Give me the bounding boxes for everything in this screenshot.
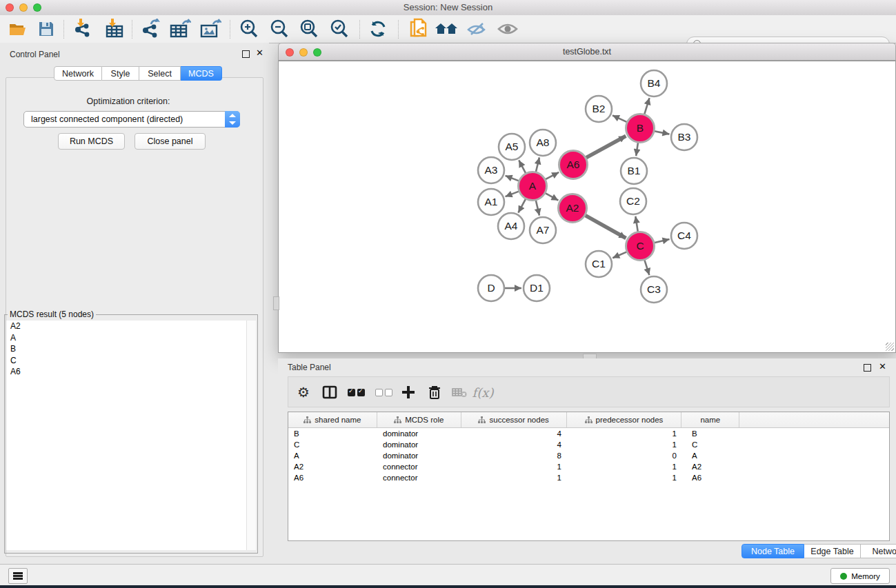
edge-C-C4[interactable] <box>653 239 670 243</box>
node-B3[interactable]: B3 <box>671 124 697 150</box>
save-session-icon[interactable] <box>34 18 58 40</box>
tab-network[interactable]: Network <box>54 66 102 81</box>
edge-A-A2[interactable] <box>544 192 558 201</box>
close-panel-button[interactable]: Close panel <box>135 133 206 150</box>
tab-style[interactable]: Style <box>102 66 139 81</box>
result-list-item[interactable]: A <box>6 332 246 344</box>
home-views-icon[interactable] <box>435 18 458 40</box>
float-panel-icon[interactable] <box>242 50 250 58</box>
zoom-out-icon[interactable] <box>268 18 291 40</box>
table-cell[interactable]: dominator <box>377 450 461 461</box>
edge-B-B4[interactable] <box>644 98 649 116</box>
node-A7[interactable]: A7 <box>530 217 556 243</box>
export-table-icon[interactable] <box>168 18 192 40</box>
export-network-icon[interactable] <box>139 18 162 40</box>
node-B4[interactable]: B4 <box>641 70 667 97</box>
node-A6[interactable]: A6 <box>559 151 588 179</box>
column-header-predecessor-nodes[interactable]: predecessor nodes <box>567 412 682 427</box>
window-resize-grip[interactable] <box>886 343 894 351</box>
table-cell[interactable]: A6 <box>288 472 377 483</box>
node-B1[interactable]: B1 <box>621 158 647 184</box>
network-graph[interactable]: B4B2BB3A8A5A6A3B1AC2A1A2A4A7C4CC1DD1C3 <box>279 61 895 352</box>
column-header-MCDS-role[interactable]: MCDS role <box>377 412 461 427</box>
node-A4[interactable]: A4 <box>498 213 524 239</box>
table-cell[interactable]: 0 <box>567 450 682 461</box>
table-cell[interactable]: A2 <box>682 461 740 472</box>
node-B2[interactable]: B2 <box>586 96 612 122</box>
criterion-select[interactable]: largest connected component (directed) <box>23 111 240 128</box>
add-column-icon[interactable] <box>397 382 419 403</box>
result-list-scrollbar[interactable] <box>246 321 256 550</box>
task-history-button[interactable] <box>8 568 28 584</box>
node-A5[interactable]: A5 <box>499 134 525 160</box>
column-header-name[interactable]: name <box>681 412 739 427</box>
unselect-all-columns-icon[interactable] <box>372 382 395 403</box>
table-cell[interactable]: connector <box>377 461 461 472</box>
table-cell[interactable]: A <box>682 450 740 461</box>
network-canvas[interactable]: B4B2BB3A8A5A6A3B1AC2A1A2A4A7C4CC1DD1C3 <box>278 61 896 353</box>
network-window-titlebar[interactable]: testGlobe.txt <box>278 43 896 61</box>
edge-A-A6[interactable] <box>544 172 559 180</box>
import-network-icon[interactable] <box>71 18 94 40</box>
new-network-file-icon[interactable] <box>407 18 430 40</box>
table-cell[interactable]: C <box>288 439 377 450</box>
zoom-in-icon[interactable] <box>237 18 261 40</box>
edge-C-C2[interactable] <box>635 216 638 234</box>
refresh-icon[interactable] <box>366 18 390 40</box>
node-A2[interactable]: A2 <box>559 194 587 223</box>
table-cell[interactable]: 8 <box>461 450 567 461</box>
zoom-selected-icon[interactable] <box>328 18 351 40</box>
hide-panels-icon[interactable] <box>465 18 488 40</box>
result-list-item[interactable]: B <box>6 343 246 355</box>
table-cell[interactable]: C <box>682 439 740 450</box>
delete-column-trash-icon[interactable] <box>424 382 446 403</box>
node-C3[interactable]: C3 <box>641 276 667 303</box>
node-C1[interactable]: C1 <box>586 251 612 277</box>
tab-mcds[interactable]: MCDS <box>181 66 222 81</box>
node-C2[interactable]: C2 <box>620 188 646 214</box>
close-table-panel-icon[interactable]: ✕ <box>879 363 886 370</box>
table-cell[interactable]: B <box>288 428 377 439</box>
mcds-result-list[interactable]: A2ABCA6 <box>6 321 246 550</box>
result-list-item[interactable]: A6 <box>6 366 246 378</box>
table-cell[interactable]: 4 <box>461 428 567 439</box>
table-cell[interactable]: 1 <box>567 439 682 450</box>
node-A1[interactable]: A1 <box>478 189 504 215</box>
table-row[interactable]: Cdominator41C <box>288 439 889 450</box>
edge-B-B3[interactable] <box>653 131 669 134</box>
edge-A-A1[interactable] <box>506 191 521 197</box>
import-table-icon[interactable] <box>103 18 126 40</box>
table-cell[interactable]: 1 <box>461 472 567 483</box>
table-cell[interactable]: A2 <box>288 461 377 472</box>
close-panel-icon[interactable]: ✕ <box>256 49 263 57</box>
tab-node-table[interactable]: Node Table <box>741 544 804 558</box>
table-cell[interactable]: 4 <box>461 439 567 450</box>
zoom-fit-icon[interactable] <box>297 18 321 40</box>
export-image-icon[interactable] <box>199 18 222 40</box>
function-builder-icon[interactable]: f(x) <box>472 382 494 403</box>
node-C[interactable]: C <box>626 232 655 261</box>
edge-A-A5[interactable] <box>519 160 526 174</box>
float-table-panel-icon[interactable] <box>864 364 871 372</box>
table-cell[interactable]: dominator <box>377 439 461 450</box>
node-table[interactable]: shared nameMCDS rolesuccessor nodesprede… <box>288 412 890 541</box>
tab-select[interactable]: Select <box>139 66 181 81</box>
edge-A6-B[interactable] <box>584 136 626 159</box>
node-A[interactable]: A <box>519 172 547 201</box>
table-cell[interactable]: 1 <box>567 472 682 483</box>
tab-edge-table[interactable]: Edge Table <box>804 544 861 558</box>
table-row[interactable]: Bdominator41B <box>288 428 889 439</box>
table-cell[interactable]: 1 <box>461 461 567 472</box>
table-cell[interactable]: connector <box>377 472 461 483</box>
node-D[interactable]: D <box>478 275 504 301</box>
memory-button[interactable]: Memory <box>830 568 890 584</box>
table-cell[interactable]: dominator <box>377 428 461 439</box>
table-row[interactable]: A2connector11A2 <box>288 461 889 472</box>
result-list-item[interactable]: C <box>6 355 246 367</box>
edge-A-A3[interactable] <box>506 176 521 182</box>
edge-A-A4[interactable] <box>518 197 526 212</box>
edge-C-C1[interactable] <box>613 251 628 258</box>
table-cell[interactable]: A <box>288 450 377 461</box>
show-columns-icon[interactable] <box>319 382 341 403</box>
node-A8[interactable]: A8 <box>530 130 556 156</box>
